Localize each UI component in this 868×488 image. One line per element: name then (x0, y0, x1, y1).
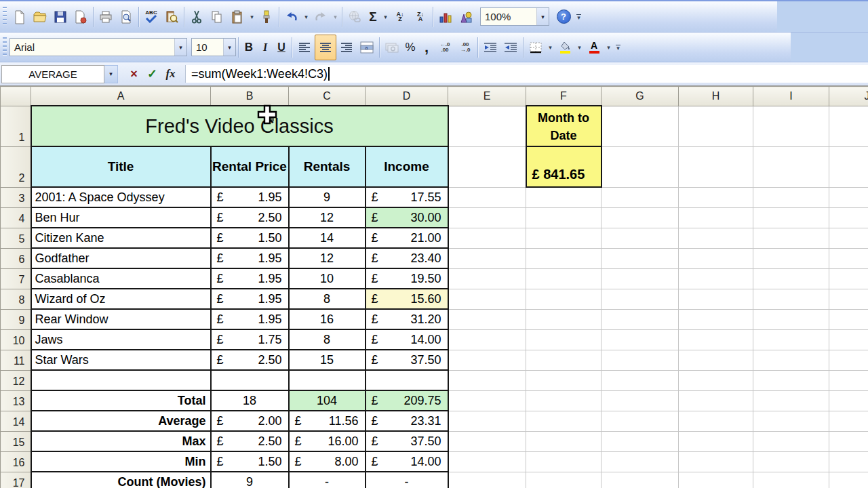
empty-cell[interactable] (829, 309, 868, 329)
movie-title-cell[interactable]: Wizard of Oz (31, 289, 211, 309)
open-button[interactable] (30, 5, 50, 29)
row-header-13[interactable]: 13 (1, 390, 31, 411)
empty-cell[interactable] (753, 228, 829, 248)
empty-cell[interactable] (753, 268, 829, 289)
zoom-dropdown-arrow[interactable]: ▾ (536, 8, 549, 25)
help-button[interactable]: ? (553, 5, 574, 29)
empty-cell[interactable] (829, 207, 868, 228)
zoom-combobox[interactable]: 100% ▾ (480, 7, 549, 26)
undo-button[interactable] (281, 5, 302, 29)
empty-cell[interactable] (601, 431, 679, 451)
sort-ascending-button[interactable]: A↓ Z (390, 5, 410, 29)
empty-cell[interactable] (31, 370, 211, 390)
print-preview-button[interactable] (116, 5, 136, 29)
empty-cell[interactable] (679, 472, 753, 488)
summary-value-cell[interactable]: £1.50 (211, 451, 289, 472)
empty-cell[interactable] (448, 309, 526, 329)
underline-button[interactable]: U (273, 35, 290, 60)
fill-color-button[interactable] (555, 35, 575, 60)
empty-cell[interactable] (753, 187, 829, 207)
empty-cell[interactable] (679, 350, 753, 370)
price-cell[interactable]: £1.95 (211, 289, 289, 309)
col-header-D[interactable]: D (366, 87, 448, 106)
align-right-button[interactable] (336, 35, 357, 60)
movie-title-cell[interactable]: Casablanca (31, 268, 211, 289)
empty-cell[interactable] (211, 370, 289, 390)
empty-cell[interactable] (448, 390, 526, 411)
name-box-dropdown[interactable]: ▾ (104, 65, 118, 83)
empty-cell[interactable] (526, 370, 601, 390)
income-cell-highlighted[interactable]: £30.00 (366, 207, 448, 228)
empty-cell[interactable] (679, 309, 753, 329)
rentals-cell[interactable]: 8 (289, 329, 366, 350)
empty-cell[interactable] (448, 207, 526, 228)
format-painter-button[interactable] (256, 5, 277, 29)
toolbar-options-button[interactable]: ▾ (574, 5, 584, 29)
paste-button[interactable] (227, 5, 248, 29)
rentals-cell[interactable]: 12 (289, 248, 366, 268)
movie-title-cell[interactable]: Citizen Kane (31, 228, 211, 248)
col-header-C[interactable]: C (289, 87, 366, 106)
summary-label-cell[interactable]: Total (31, 390, 211, 411)
empty-cell[interactable] (526, 350, 601, 370)
fill-color-dropdown[interactable]: ▾ (575, 35, 584, 60)
income-cell[interactable]: £31.20 (366, 309, 448, 329)
empty-cell[interactable] (601, 329, 679, 350)
redo-button[interactable] (311, 5, 331, 29)
undo-dropdown[interactable]: ▾ (302, 5, 311, 29)
price-cell[interactable]: £2.50 (211, 207, 289, 228)
empty-cell[interactable] (829, 411, 868, 431)
permission-button[interactable] (71, 5, 91, 29)
increase-decimal-button[interactable]: ←.0 .00 (435, 35, 455, 60)
drawing-button[interactable] (456, 5, 476, 29)
empty-cell[interactable] (601, 289, 679, 309)
movie-title-cell[interactable]: Ben Hur (31, 207, 211, 228)
row-header-10[interactable]: 10 (1, 329, 31, 350)
row-header-14[interactable]: 14 (1, 411, 31, 431)
row-header-11[interactable]: 11 (1, 350, 31, 370)
empty-cell[interactable] (526, 390, 601, 411)
empty-cell[interactable] (829, 390, 868, 411)
empty-cell[interactable] (448, 146, 526, 187)
bold-button[interactable]: B (241, 35, 257, 60)
merge-and-center-button[interactable]: a (357, 35, 377, 60)
summary-value-cell[interactable]: - (289, 472, 366, 488)
summary-label-cell[interactable]: Max (31, 431, 211, 451)
price-cell[interactable]: £1.75 (211, 329, 289, 350)
income-cell[interactable]: £23.40 (366, 248, 448, 268)
empty-cell[interactable] (679, 289, 753, 309)
empty-cell[interactable] (829, 370, 868, 390)
empty-cell[interactable] (679, 431, 753, 451)
summary-value-cell[interactable]: £23.31 (366, 411, 448, 431)
empty-cell[interactable] (526, 207, 601, 228)
empty-cell[interactable] (753, 248, 829, 268)
price-cell[interactable]: £1.50 (211, 228, 289, 248)
price-cell[interactable]: £1.95 (211, 268, 289, 289)
empty-cell[interactable] (601, 228, 679, 248)
rentals-cell[interactable]: 9 (289, 187, 366, 207)
empty-cell[interactable] (679, 329, 753, 350)
col-header-H[interactable]: H (679, 87, 753, 106)
empty-cell[interactable] (829, 268, 868, 289)
row-header-4[interactable]: 4 (1, 207, 31, 228)
summary-value-cell[interactable]: £37.50 (366, 431, 448, 451)
empty-cell[interactable] (753, 309, 829, 329)
empty-cell[interactable] (829, 146, 868, 187)
row-header-15[interactable]: 15 (1, 431, 31, 451)
empty-cell[interactable] (526, 472, 601, 488)
summary-value-cell[interactable]: £2.50 (211, 431, 289, 451)
print-button[interactable] (96, 5, 116, 29)
copy-button[interactable] (207, 5, 227, 29)
col-header-A[interactable]: A (31, 87, 211, 106)
empty-cell[interactable] (601, 370, 679, 390)
summary-label-cell[interactable]: Count (Movies) (31, 472, 211, 488)
empty-cell[interactable] (753, 207, 829, 228)
empty-cell[interactable] (753, 106, 829, 146)
empty-cell[interactable] (601, 106, 679, 146)
empty-cell[interactable] (601, 309, 679, 329)
decrease-decimal-button[interactable]: .00 →.0 (455, 35, 475, 60)
empty-cell[interactable] (601, 146, 679, 187)
empty-cell[interactable] (601, 411, 679, 431)
name-box[interactable]: AVERAGE (1, 65, 104, 83)
empty-cell[interactable] (601, 187, 679, 207)
